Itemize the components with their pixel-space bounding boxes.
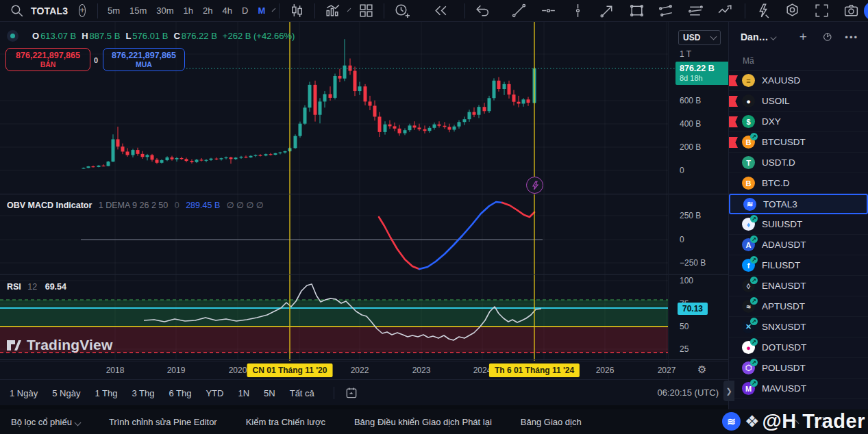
watchlist-row-total3[interactable]: ≋TOTAL3 [729, 194, 868, 214]
flag-icon[interactable] [729, 137, 738, 148]
indicators-icon[interactable] [324, 2, 341, 19]
watchlist-row-adausdt[interactable]: A↗ADAUSDT [729, 235, 868, 255]
divider [464, 3, 465, 18]
flag-icon[interactable] [729, 75, 738, 86]
axis-tick-label: −250 B [680, 258, 706, 268]
magic-lightning-icon[interactable] [754, 2, 771, 19]
horizontal-line-tool-icon[interactable] [540, 2, 557, 19]
price-axis[interactable]: USD 876.22 B 8d 18h 70.13 1 T600 B400 B2… [668, 22, 729, 379]
interval-5m[interactable]: 5m [104, 3, 123, 18]
currency-select[interactable]: USD [678, 30, 721, 45]
year-label-2026: 2026 [596, 366, 615, 375]
watchlist-row-aptusdt[interactable]: ≈↗APTUSDT [729, 296, 868, 317]
range-5-ngày[interactable]: 5 Ngày [52, 388, 80, 398]
bottom-tab-2[interactable]: Trình chỉnh sửa Pine Editor [109, 417, 217, 427]
tradingview-watermark-text: TradingView [27, 337, 113, 353]
watchlist-row-dxy[interactable]: $DXY [729, 112, 868, 132]
publish-idea-button[interactable]: Xuất bản ý tư [864, 1, 868, 21]
range-5n[interactable]: 5N [264, 388, 275, 398]
watchlist-row-mavusdt[interactable]: M↗MAVUSDT [729, 379, 868, 399]
change-value: +262 B (+42.66%) [223, 31, 295, 41]
watchlist-row-filusdt[interactable]: f↗FILUSDT [729, 255, 868, 276]
interval-1h[interactable]: 1h [180, 3, 197, 18]
watchlist-row-btc.d[interactable]: BBTC.D [729, 173, 868, 194]
bottom-tab-4[interactable]: Bảng Điều khiển Giao dịch Phát lại [354, 417, 492, 427]
flag-icon[interactable] [729, 96, 738, 107]
disjoint-channel-tool-icon[interactable] [687, 2, 704, 19]
sidebar-collapse-handle[interactable]: ❯ [723, 381, 734, 401]
watchlist-row-polusdt[interactable]: ⬡↗POLUSDT [729, 358, 868, 379]
watchlist-row-usdt.d[interactable]: TUSDT.D [729, 153, 868, 173]
go-to-date-icon[interactable] [345, 386, 358, 400]
watchlist-row-dotusdt[interactable]: ●↗DOTUSDT [729, 337, 868, 358]
watchlist-title[interactable]: Dan… [741, 31, 768, 42]
pie-chart-icon[interactable] [822, 31, 833, 43]
candle-style-icon[interactable] [288, 2, 306, 19]
fullscreen-icon[interactable] [813, 2, 830, 19]
event-lightning-icon[interactable] [526, 177, 543, 194]
watchlist-row-usoil[interactable]: ●USOIL [729, 91, 868, 112]
watchlist-row-xauusd[interactable]: ≡XAUUSD [729, 71, 868, 91]
search-icon[interactable] [8, 2, 25, 19]
bottom-tab-3[interactable]: Kiểm tra Chiến lược [246, 417, 325, 427]
time-axis[interactable]: ⚙ 20182019202020222023202420262027CN 01 … [0, 361, 728, 380]
replay-icon[interactable] [432, 2, 449, 19]
symbol-name[interactable]: TOTAL3 [31, 5, 68, 16]
interval-chevron-icon[interactable] [272, 8, 276, 12]
sell-button[interactable]: 876,221,897,865 BÁN [5, 48, 90, 71]
symbol-marker-icon[interactable] [7, 30, 18, 42]
watchlist-title-chevron-icon[interactable] [771, 34, 777, 40]
obv-params: 1 DEMA 9 26 2 50 [99, 201, 168, 210]
watchlist-row-enausdt[interactable]: ◊↗ENAUSDT [729, 276, 868, 296]
arrow-tool-icon[interactable] [599, 2, 616, 19]
axis-settings-gear-icon[interactable]: ⚙ [697, 363, 706, 376]
range-ytd[interactable]: YTD [206, 388, 223, 398]
range-1-ngày[interactable]: 1 Ngày [10, 388, 38, 398]
rectangle-tool-icon[interactable] [628, 2, 645, 19]
utc-clock[interactable]: 06:20:15 (UTC) [657, 387, 719, 398]
indicators-chevron-icon[interactable] [347, 8, 351, 12]
flag-icon[interactable] [729, 116, 738, 127]
interval-2h[interactable]: 2h [199, 3, 216, 18]
rsi-legend[interactable]: RSI 12 69.54 [7, 282, 66, 292]
xauusd-coin-icon: ≡ [742, 74, 755, 87]
bottom-tab-5[interactable]: Bảng Giao dịch [521, 417, 582, 427]
order-quantity[interactable]: 0 [94, 56, 98, 64]
camera-icon[interactable] [843, 2, 860, 19]
compare-add-icon[interactable]: + [79, 4, 86, 17]
axis-tick-label: 25 [680, 344, 689, 354]
watchlist-add-icon[interactable]: + [799, 29, 807, 44]
interval-30m[interactable]: 30m [153, 3, 177, 18]
undo-icon[interactable] [474, 2, 491, 19]
range-1n[interactable]: 1N [238, 388, 249, 398]
interval-d[interactable]: D [238, 3, 251, 18]
trend-line-tool-icon[interactable] [510, 2, 528, 19]
axis-tick-label: 100 [680, 276, 693, 285]
obv-macd-legend[interactable]: OBV MACD Indicator 1 DEMA 9 26 2 50 0 28… [7, 200, 264, 210]
watchlist-row-suiusdt[interactable]: ♦↗SUIUSDT [729, 214, 868, 235]
watchlist-more-icon[interactable]: ••• [845, 32, 858, 42]
vertical-line-tool-icon[interactable] [569, 2, 586, 19]
obv-zero: 0 [175, 201, 179, 210]
watchlist-row-snxusdt[interactable]: ✕↗SNXUSDT [729, 317, 868, 337]
range-1-thg[interactable]: 1 Thg [95, 388, 117, 398]
range-3-thg[interactable]: 3 Thg [132, 388, 154, 398]
interval-4h[interactable]: 4h [219, 3, 236, 18]
watchlist-row-btcusdt[interactable]: B↗BTCUSDT [729, 132, 868, 153]
bottom-tab-1[interactable]: Bộ lọc cổ phiếu [11, 417, 80, 427]
obv-title: OBV MACD Indicator [7, 201, 92, 210]
range-tất-cả[interactable]: Tất cả [290, 388, 314, 398]
buy-button[interactable]: 876,221,897,865 MUA [103, 48, 185, 71]
range-6-thg[interactable]: 6 Thg [169, 388, 191, 398]
watchlist-symbol: USDT.D [762, 157, 795, 168]
interval-m[interactable]: M [254, 3, 269, 18]
parallel-channel-tool-icon[interactable] [658, 2, 675, 19]
zigzag-tool-icon[interactable] [717, 2, 734, 19]
interval-15m[interactable]: 15m [126, 3, 150, 18]
alert-clock-icon[interactable] [393, 2, 410, 19]
exchange-badge-icon: ↗ [750, 235, 758, 243]
watchlist-symbol: USOIL [762, 96, 790, 106]
buy-label: MUA [136, 60, 152, 68]
settings-hexagon-icon[interactable] [784, 2, 801, 19]
layout-grid-icon[interactable] [358, 2, 375, 19]
